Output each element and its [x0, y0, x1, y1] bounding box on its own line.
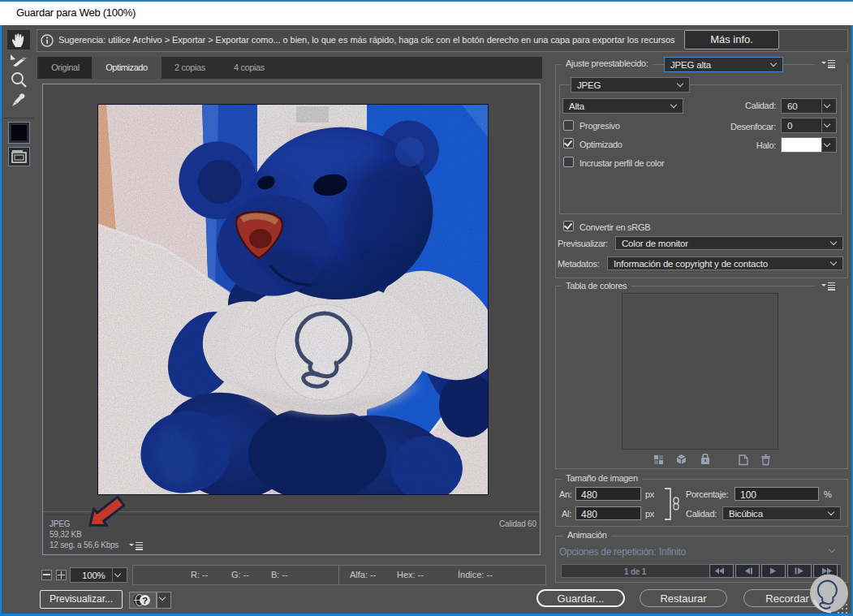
svg-text:?: ? — [142, 596, 148, 605]
